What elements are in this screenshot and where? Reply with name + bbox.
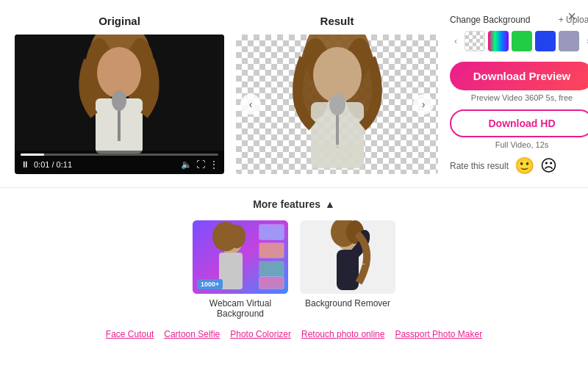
thumbs-up-icon[interactable]: 🙂: [514, 156, 534, 176]
top-section: Original: [0, 0, 588, 176]
result-label: Result: [236, 15, 438, 27]
swatch-multicolor[interactable]: [488, 31, 509, 51]
bg-remover-thumb: [300, 220, 395, 294]
bg-remover-thumb-image: [300, 220, 395, 294]
fullscreen-icon[interactable]: ⛶: [196, 159, 205, 170]
next-arrow-button[interactable]: ›: [413, 94, 434, 115]
webcam-label: Webcam Virtual Background: [193, 298, 288, 319]
link-face-cutout[interactable]: Face Cutout: [106, 329, 154, 339]
more-features-section: More features ▲: [0, 188, 588, 347]
video-frame: [15, 35, 224, 156]
bottom-links: Face Cutout Cartoon Selfie Photo Coloriz…: [15, 329, 573, 339]
link-passport[interactable]: Passport Photo Maker: [395, 329, 482, 339]
link-cartoon-selfie[interactable]: Cartoon Selfie: [164, 329, 220, 339]
more-features-header: More features ▲: [15, 198, 573, 210]
rate-row: Rate this result 🙂 ☹: [450, 156, 588, 176]
svg-point-8: [112, 90, 126, 111]
result-column: Result ‹ ›: [236, 15, 438, 176]
more-icon[interactable]: ⋮: [209, 159, 218, 170]
result-image: [236, 35, 438, 174]
hd-sublabel: Full Video, 12s: [450, 140, 588, 149]
pause-icon[interactable]: ⏸: [21, 159, 29, 170]
prev-arrow-button[interactable]: ‹: [240, 94, 261, 115]
bg-remover-label: Background Remover: [300, 298, 395, 308]
controls-row: ⏸ 0:01 / 0:11 🔈 ⛶ ⋮: [21, 159, 218, 170]
download-preview-button[interactable]: Download Preview: [450, 62, 588, 90]
result-frame: ‹ ›: [236, 35, 438, 174]
feature-card-bg-remover[interactable]: Background Remover: [300, 220, 395, 319]
svg-rect-27: [259, 225, 284, 239]
progress-bar[interactable]: [21, 154, 218, 156]
thumbs-down-icon[interactable]: ☹: [540, 156, 557, 176]
svg-rect-35: [337, 250, 359, 290]
badge-1000: 1000+: [197, 279, 223, 289]
upload-link[interactable]: Upload: [559, 15, 588, 25]
swatch-prev-icon[interactable]: ‹: [450, 35, 462, 47]
svg-rect-30: [259, 277, 284, 289]
video-player[interactable]: ⏸ 0:01 / 0:11 🔈 ⛶ ⋮: [15, 35, 224, 174]
svg-rect-17: [311, 145, 364, 174]
more-features-label: More features: [253, 198, 320, 210]
swatch-green[interactable]: [512, 31, 532, 51]
volume-icon[interactable]: 🔈: [181, 159, 192, 170]
preview-sublabel: Preview Video 360P 5s, free: [450, 93, 588, 102]
download-hd-button[interactable]: Download HD: [450, 109, 588, 137]
collapse-icon[interactable]: ▲: [325, 198, 335, 210]
progress-fill: [21, 154, 44, 156]
feature-card-webcam[interactable]: 1000+ Webcam Virtual Background: [193, 220, 288, 319]
svg-rect-29: [259, 261, 284, 276]
change-bg-row: Change Background Upload: [450, 15, 588, 25]
swatch-next-icon[interactable]: ›: [582, 35, 588, 47]
original-column: Original: [15, 15, 224, 176]
color-swatches-row: ‹ ›: [450, 31, 588, 51]
swatch-transparent[interactable]: [465, 31, 485, 51]
svg-point-16: [329, 93, 345, 115]
link-retouch[interactable]: Retouch photo online: [301, 329, 384, 339]
link-photo-colorizer[interactable]: Photo Colorizer: [230, 329, 291, 339]
modal-container: × Original: [0, 0, 588, 379]
svg-point-21: [228, 225, 245, 248]
features-grid: 1000+ Webcam Virtual Background: [15, 220, 573, 319]
webcam-thumb: 1000+: [193, 220, 288, 294]
change-bg-label: Change Background: [450, 15, 530, 25]
video-controls: ⏸ 0:01 / 0:11 🔈 ⛶ ⋮: [15, 151, 224, 174]
rate-label: Rate this result: [450, 161, 509, 171]
time-display: 0:01 / 0:11: [34, 160, 176, 169]
svg-rect-28: [259, 243, 284, 258]
swatch-blue[interactable]: [535, 31, 556, 51]
swatch-gray[interactable]: [559, 31, 579, 51]
controls-column: Change Background Upload ‹ › Download Pr…: [450, 15, 588, 176]
original-label: Original: [15, 15, 224, 27]
